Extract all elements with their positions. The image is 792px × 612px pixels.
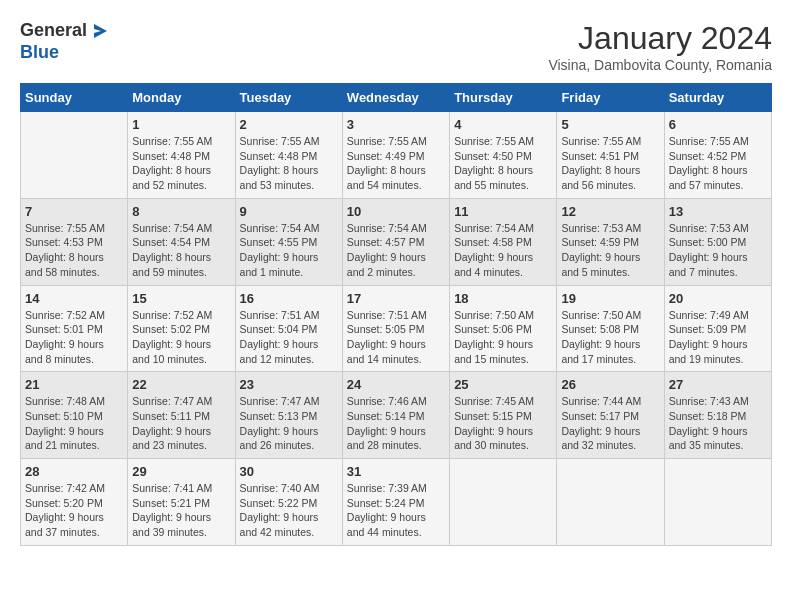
day-info: Sunrise: 7:53 AM Sunset: 5:00 PM Dayligh… (669, 221, 767, 280)
day-number: 5 (561, 117, 659, 132)
day-number: 27 (669, 377, 767, 392)
day-info: Sunrise: 7:53 AM Sunset: 4:59 PM Dayligh… (561, 221, 659, 280)
day-cell (557, 459, 664, 546)
day-number: 17 (347, 291, 445, 306)
day-info: Sunrise: 7:39 AM Sunset: 5:24 PM Dayligh… (347, 481, 445, 540)
logo-text: General (20, 20, 87, 42)
day-info: Sunrise: 7:55 AM Sunset: 4:49 PM Dayligh… (347, 134, 445, 193)
day-number: 10 (347, 204, 445, 219)
day-cell: 18Sunrise: 7:50 AM Sunset: 5:06 PM Dayli… (450, 285, 557, 372)
day-info: Sunrise: 7:54 AM Sunset: 4:58 PM Dayligh… (454, 221, 552, 280)
day-cell: 5Sunrise: 7:55 AM Sunset: 4:51 PM Daylig… (557, 112, 664, 199)
day-info: Sunrise: 7:49 AM Sunset: 5:09 PM Dayligh… (669, 308, 767, 367)
logo-container: General Blue (20, 20, 109, 63)
day-info: Sunrise: 7:47 AM Sunset: 5:11 PM Dayligh… (132, 394, 230, 453)
day-cell (664, 459, 771, 546)
title-block: January 2024 Visina, Dambovita County, R… (548, 20, 772, 73)
day-cell (21, 112, 128, 199)
day-info: Sunrise: 7:51 AM Sunset: 5:05 PM Dayligh… (347, 308, 445, 367)
week-row-3: 14Sunrise: 7:52 AM Sunset: 5:01 PM Dayli… (21, 285, 772, 372)
day-number: 13 (669, 204, 767, 219)
day-number: 9 (240, 204, 338, 219)
day-info: Sunrise: 7:48 AM Sunset: 5:10 PM Dayligh… (25, 394, 123, 453)
day-info: Sunrise: 7:55 AM Sunset: 4:48 PM Dayligh… (132, 134, 230, 193)
day-number: 22 (132, 377, 230, 392)
day-info: Sunrise: 7:54 AM Sunset: 4:54 PM Dayligh… (132, 221, 230, 280)
day-cell: 26Sunrise: 7:44 AM Sunset: 5:17 PM Dayli… (557, 372, 664, 459)
page-header: General Blue January 2024 Visina, Dambov… (20, 20, 772, 73)
day-cell: 11Sunrise: 7:54 AM Sunset: 4:58 PM Dayli… (450, 198, 557, 285)
day-info: Sunrise: 7:47 AM Sunset: 5:13 PM Dayligh… (240, 394, 338, 453)
day-number: 2 (240, 117, 338, 132)
day-number: 31 (347, 464, 445, 479)
day-cell: 17Sunrise: 7:51 AM Sunset: 5:05 PM Dayli… (342, 285, 449, 372)
day-cell: 23Sunrise: 7:47 AM Sunset: 5:13 PM Dayli… (235, 372, 342, 459)
week-row-1: 1Sunrise: 7:55 AM Sunset: 4:48 PM Daylig… (21, 112, 772, 199)
logo-arrow-icon (89, 21, 109, 41)
day-info: Sunrise: 7:51 AM Sunset: 5:04 PM Dayligh… (240, 308, 338, 367)
day-number: 29 (132, 464, 230, 479)
header-tuesday: Tuesday (235, 84, 342, 112)
day-cell: 13Sunrise: 7:53 AM Sunset: 5:00 PM Dayli… (664, 198, 771, 285)
day-number: 4 (454, 117, 552, 132)
day-cell: 16Sunrise: 7:51 AM Sunset: 5:04 PM Dayli… (235, 285, 342, 372)
location-subtitle: Visina, Dambovita County, Romania (548, 57, 772, 73)
day-cell: 1Sunrise: 7:55 AM Sunset: 4:48 PM Daylig… (128, 112, 235, 199)
day-cell: 22Sunrise: 7:47 AM Sunset: 5:11 PM Dayli… (128, 372, 235, 459)
calendar-table: SundayMondayTuesdayWednesdayThursdayFrid… (20, 83, 772, 546)
day-info: Sunrise: 7:55 AM Sunset: 4:50 PM Dayligh… (454, 134, 552, 193)
day-number: 15 (132, 291, 230, 306)
header-wednesday: Wednesday (342, 84, 449, 112)
logo: General Blue (20, 20, 109, 63)
day-cell: 28Sunrise: 7:42 AM Sunset: 5:20 PM Dayli… (21, 459, 128, 546)
day-info: Sunrise: 7:54 AM Sunset: 4:57 PM Dayligh… (347, 221, 445, 280)
week-row-2: 7Sunrise: 7:55 AM Sunset: 4:53 PM Daylig… (21, 198, 772, 285)
day-cell: 24Sunrise: 7:46 AM Sunset: 5:14 PM Dayli… (342, 372, 449, 459)
header-sunday: Sunday (21, 84, 128, 112)
day-number: 14 (25, 291, 123, 306)
day-number: 3 (347, 117, 445, 132)
day-info: Sunrise: 7:41 AM Sunset: 5:21 PM Dayligh… (132, 481, 230, 540)
day-cell: 9Sunrise: 7:54 AM Sunset: 4:55 PM Daylig… (235, 198, 342, 285)
day-number: 8 (132, 204, 230, 219)
day-cell: 31Sunrise: 7:39 AM Sunset: 5:24 PM Dayli… (342, 459, 449, 546)
week-row-4: 21Sunrise: 7:48 AM Sunset: 5:10 PM Dayli… (21, 372, 772, 459)
day-cell: 2Sunrise: 7:55 AM Sunset: 4:48 PM Daylig… (235, 112, 342, 199)
day-number: 23 (240, 377, 338, 392)
day-info: Sunrise: 7:50 AM Sunset: 5:06 PM Dayligh… (454, 308, 552, 367)
day-number: 16 (240, 291, 338, 306)
day-cell: 27Sunrise: 7:43 AM Sunset: 5:18 PM Dayli… (664, 372, 771, 459)
day-cell: 29Sunrise: 7:41 AM Sunset: 5:21 PM Dayli… (128, 459, 235, 546)
day-number: 11 (454, 204, 552, 219)
header-row: SundayMondayTuesdayWednesdayThursdayFrid… (21, 84, 772, 112)
week-row-5: 28Sunrise: 7:42 AM Sunset: 5:20 PM Dayli… (21, 459, 772, 546)
day-cell: 3Sunrise: 7:55 AM Sunset: 4:49 PM Daylig… (342, 112, 449, 199)
day-number: 6 (669, 117, 767, 132)
day-number: 12 (561, 204, 659, 219)
day-cell: 30Sunrise: 7:40 AM Sunset: 5:22 PM Dayli… (235, 459, 342, 546)
day-cell: 8Sunrise: 7:54 AM Sunset: 4:54 PM Daylig… (128, 198, 235, 285)
day-cell: 19Sunrise: 7:50 AM Sunset: 5:08 PM Dayli… (557, 285, 664, 372)
day-info: Sunrise: 7:55 AM Sunset: 4:51 PM Dayligh… (561, 134, 659, 193)
day-number: 24 (347, 377, 445, 392)
day-number: 1 (132, 117, 230, 132)
month-title: January 2024 (548, 20, 772, 57)
day-number: 20 (669, 291, 767, 306)
day-cell: 25Sunrise: 7:45 AM Sunset: 5:15 PM Dayli… (450, 372, 557, 459)
day-number: 7 (25, 204, 123, 219)
day-cell: 7Sunrise: 7:55 AM Sunset: 4:53 PM Daylig… (21, 198, 128, 285)
day-number: 18 (454, 291, 552, 306)
day-info: Sunrise: 7:43 AM Sunset: 5:18 PM Dayligh… (669, 394, 767, 453)
svg-marker-0 (94, 24, 107, 38)
day-cell: 10Sunrise: 7:54 AM Sunset: 4:57 PM Dayli… (342, 198, 449, 285)
day-number: 21 (25, 377, 123, 392)
logo-blue-text: Blue (20, 42, 109, 64)
day-info: Sunrise: 7:55 AM Sunset: 4:48 PM Dayligh… (240, 134, 338, 193)
header-friday: Friday (557, 84, 664, 112)
header-monday: Monday (128, 84, 235, 112)
day-info: Sunrise: 7:45 AM Sunset: 5:15 PM Dayligh… (454, 394, 552, 453)
day-number: 25 (454, 377, 552, 392)
day-cell: 14Sunrise: 7:52 AM Sunset: 5:01 PM Dayli… (21, 285, 128, 372)
day-cell: 15Sunrise: 7:52 AM Sunset: 5:02 PM Dayli… (128, 285, 235, 372)
day-cell: 21Sunrise: 7:48 AM Sunset: 5:10 PM Dayli… (21, 372, 128, 459)
